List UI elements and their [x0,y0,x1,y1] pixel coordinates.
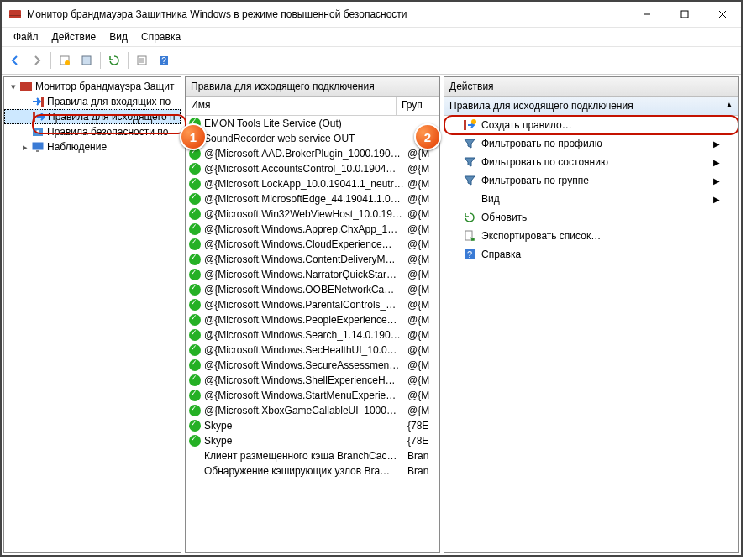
action-create-label: Создать правило… [481,119,572,131]
rule-row[interactable]: @{Microsoft.Windows.CloudExperience…@{M [186,237,439,252]
rule-status-icon [189,299,201,311]
rule-row[interactable]: @{Microsoft.Windows.SecureAssessmen…@{M [186,358,439,373]
rule-row[interactable]: @{Microsoft.AAD.BrokerPlugin_1000.190…@{… [186,146,439,161]
svg-text:?: ? [467,249,472,259]
new-button[interactable] [55,50,75,71]
action-view[interactable]: Вид ▶ [444,190,738,208]
rule-row[interactable]: @{Microsoft.Windows.NarratorQuickStar…@{… [186,267,439,282]
body: ▾ Монитор брандмауэра Защит Правила для … [2,75,741,555]
col-name[interactable]: Имя [186,97,397,115]
monitor-icon [31,140,45,154]
chevron-right-icon: ▶ [713,176,720,186]
rule-row[interactable]: @{Microsoft.LockApp_10.0.19041.1_neutr…@… [186,176,439,191]
outbound-icon [32,110,45,123]
back-button[interactable] [5,50,25,71]
tree-watch[interactable]: ▸ Наблюдение [4,139,181,154]
rule-status-icon [189,238,201,250]
action-refresh[interactable]: Обновить [444,208,738,227]
rule-row[interactable]: @{Microsoft.Windows.StartMenuExperie…@{M [186,388,439,403]
rule-row[interactable]: @{Microsoft.AccountsControl_10.0.1904…@{… [186,161,439,176]
rule-row[interactable]: @{Microsoft.Windows.ParentalControls_…@{… [186,297,439,312]
action-filter-group-label: Фильтровать по группе [481,175,589,186]
svg-rect-22 [36,150,39,152]
rule-row[interactable]: @{Microsoft.Windows.Search_1.14.0.190…@{… [186,327,439,343]
tree-inbound[interactable]: Правила для входящих по [4,94,181,109]
funnel-icon [463,174,476,187]
rule-row[interactable]: @{Microsoft.Windows.ContentDeliveryM…@{M [186,252,439,267]
rule-row[interactable]: @{Microsoft.Windows.OOBENetworkCa…@{M [186,282,439,297]
rule-name: @{Microsoft.AccountsControl_10.0.1904… [204,163,407,175]
rule-group: @{M [407,254,439,265]
rule-status-icon [189,223,201,235]
rule-status-icon [189,329,201,341]
rule-row[interactable]: @{Microsoft.Windows.SecHealthUI_10.0…@{M [186,343,439,358]
svg-rect-2 [9,15,21,16]
rule-status-icon [189,390,201,401]
help-button[interactable]: ? [154,50,174,71]
rule-row[interactable]: @{Microsoft.Windows.PeopleExperience…@{M [186,312,439,327]
rule-row[interactable]: @{Microsoft.Windows.Apprep.ChxApp_1…@{M [186,222,439,237]
rule-row[interactable]: EMON Tools Lite Service (Out) [186,116,439,131]
rule-row[interactable]: @{Microsoft.Win32WebViewHost_10.0.19…@{M [186,207,439,222]
action-filter-group[interactable]: Фильтровать по группе ▶ [444,171,738,190]
rule-group: @{M [407,405,439,416]
forward-button[interactable] [27,50,47,71]
menu-file[interactable]: Файл [7,29,45,44]
rule-name: Клиент размещенного кэша BranchCac… [204,450,407,462]
rule-row[interactable]: Skype{78E [186,418,439,433]
rule-status-icon [189,254,201,265]
action-export[interactable]: Экспортировать список… [444,227,738,245]
minimize-button[interactable] [628,2,665,27]
rule-name: Skype [204,435,407,447]
col-group[interactable]: Груп [397,97,439,115]
rule-name: Обнаружение кэширующих узлов Bra… [204,465,407,477]
rule-group: @{M [407,329,439,341]
actions-section[interactable]: Правила для исходящего подключения ▲ [444,97,738,116]
tree-root[interactable]: ▾ Монитор брандмауэра Защит [4,79,181,94]
menu-help[interactable]: Справка [134,29,187,44]
rule-group: @{M [407,359,439,371]
tree-inbound-label: Правила для входящих по [47,96,171,107]
maximize-button[interactable] [665,2,703,27]
tree-watch-label: Наблюдение [47,141,107,153]
rule-group: @{M [407,344,439,356]
refresh-button[interactable] [104,50,124,71]
rule-row[interactable]: @{Microsoft.Windows.ShellExperienceH…@{M [186,373,439,388]
rules-body[interactable]: EMON Tools Lite Service (Out)SoundRecord… [186,116,439,552]
window-title: Монитор брандмауэра Защитника Windows в … [27,8,628,20]
rule-group: Bran [407,450,439,462]
rule-name: @{Microsoft.Windows.SecureAssessmen… [204,359,407,371]
callout-1: 1 [180,123,207,150]
rule-status-icon [189,359,201,371]
rule-row[interactable]: @{Microsoft.MicrosoftEdge_44.19041.1.0…@… [186,191,439,207]
list-button[interactable] [132,50,152,71]
rule-group: @{M [407,238,439,250]
rule-name: @{Microsoft.AAD.BrokerPlugin_1000.190… [204,148,407,160]
rule-name: SoundRecorder web service OUT [204,133,407,144]
rule-row[interactable]: @{Microsoft.XboxGameCallableUI_1000…@{M [186,403,439,418]
action-create-rule[interactable]: Создать правило… [444,116,738,134]
help-icon: ? [463,248,476,261]
svg-rect-23 [464,120,466,130]
rule-row[interactable]: Клиент размещенного кэша BranchCac…Bran [186,448,439,463]
rule-name: @{Microsoft.Windows.CloudExperience… [204,238,407,250]
rule-row[interactable]: Обнаружение кэширующих узлов Bra…Bran [186,463,439,479]
rule-row[interactable]: SoundRecorder web service OUT [186,131,439,146]
action-help-label: Справка [481,249,521,260]
rule-name: @{Microsoft.Windows.ShellExperienceH… [204,374,407,386]
tree-outbound[interactable]: Правила для исходящего п [4,109,181,124]
export-icon [463,229,476,243]
props-button[interactable] [76,50,97,71]
action-filter-profile[interactable]: Фильтровать по профилю ▶ [444,134,738,153]
svg-rect-0 [9,10,21,18]
close-button[interactable] [703,2,741,27]
refresh-icon [463,211,476,224]
action-filter-state[interactable]: Фильтровать по состоянию ▶ [444,153,738,171]
action-help[interactable]: ? Справка [444,245,738,264]
menu-view[interactable]: Вид [102,29,134,44]
menu-action[interactable]: Действие [45,29,103,44]
action-view-label: Вид [481,193,500,205]
tree-body: ▾ Монитор брандмауэра Защит Правила для … [4,77,181,552]
tree-security[interactable]: Правила безопасности по [4,124,181,139]
rule-row[interactable]: Skype{78E [186,433,439,448]
